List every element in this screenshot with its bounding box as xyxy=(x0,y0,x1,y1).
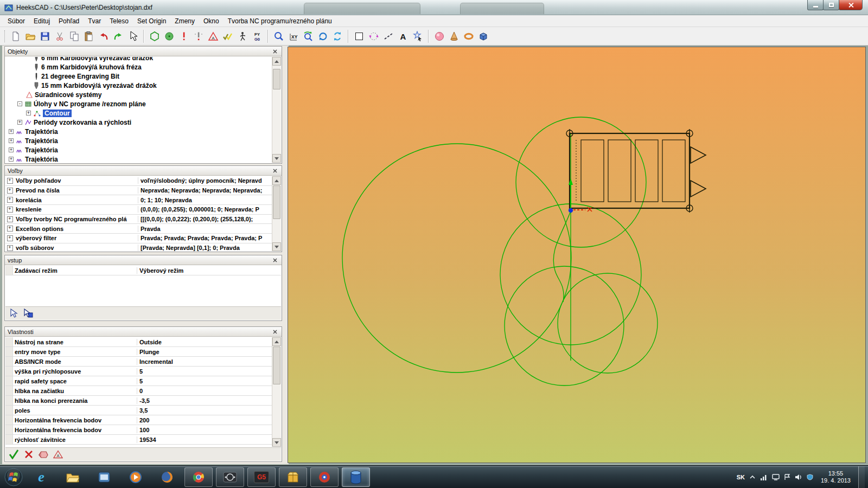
taskbar-item-heekscad[interactable] xyxy=(342,467,370,487)
signal-bars-icon[interactable] xyxy=(760,474,768,480)
taskbar-item-internet-explorer[interactable]: e xyxy=(27,467,55,487)
tree-item-nc-operations[interactable]: Úlohy v NC programe /reznom pláne xyxy=(5,99,272,108)
xy-view-button[interactable]: XY xyxy=(286,29,301,43)
scrollbar[interactable] xyxy=(272,57,281,163)
expand-icon[interactable] xyxy=(5,197,14,203)
text-button[interactable]: A xyxy=(395,29,410,43)
select-cursor-icon[interactable] xyxy=(9,309,18,318)
menu-nc-program[interactable]: Tvorba NC programu/rezného plánu xyxy=(224,16,336,27)
point-button[interactable] xyxy=(176,29,191,43)
tree-item-tool[interactable]: 6 mm Karbidový/á vyrezávač drážok xyxy=(5,57,272,62)
rotate-animation-button[interactable] xyxy=(366,29,381,43)
apply-checks-button[interactable] xyxy=(220,29,235,43)
clock[interactable]: 13:55 19. 4. 2013 xyxy=(818,470,854,484)
taskbar-item-g5[interactable]: G5 xyxy=(247,467,276,487)
display-icon[interactable] xyxy=(772,474,780,480)
undo-button[interactable] xyxy=(96,29,111,43)
expand-icon[interactable] xyxy=(5,235,14,241)
copy-button[interactable] xyxy=(67,29,81,43)
expand-icon[interactable] xyxy=(17,120,22,125)
expand-icon[interactable] xyxy=(5,188,14,194)
taskbar-item-firefox[interactable] xyxy=(153,467,181,487)
drag-select-icon[interactable] xyxy=(23,309,34,318)
solid-cube-button[interactable] xyxy=(476,29,490,43)
tree-item-trajectory[interactable]: Trajektória xyxy=(5,155,272,163)
eraser-icon[interactable] xyxy=(38,450,49,459)
scrollbar[interactable] xyxy=(272,176,281,251)
scroll-thumb[interactable] xyxy=(273,69,280,89)
paste-button[interactable] xyxy=(81,29,96,43)
tree-item-trajectory[interactable]: Trajektória xyxy=(5,127,272,136)
toolbar-grip[interactable] xyxy=(4,30,6,42)
taskbar-item-chrome[interactable] xyxy=(184,467,213,487)
scroll-up-button[interactable] xyxy=(272,176,281,185)
hidden-icons-chevron[interactable] xyxy=(749,474,756,480)
open-folder-button[interactable] xyxy=(23,29,37,43)
expand-icon[interactable] xyxy=(9,138,14,143)
expand-icon[interactable] xyxy=(5,178,14,184)
taskbar-item-red-circle-app[interactable] xyxy=(310,467,339,487)
taskbar-item-measuring-device[interactable] xyxy=(216,467,244,487)
rotate-view-button[interactable] xyxy=(315,29,330,43)
tree-item-tool[interactable]: 15 mm Karbidový/á vyrezávač drážok xyxy=(5,81,272,90)
language-indicator[interactable]: SK xyxy=(737,474,745,480)
scroll-down-button[interactable] xyxy=(272,438,281,447)
menu-set-origin[interactable]: Set Origin xyxy=(133,16,170,27)
apply-check-icon[interactable] xyxy=(9,450,20,459)
tree-item-trajectory[interactable]: Trajektória xyxy=(5,145,272,155)
minimize-button[interactable] xyxy=(807,0,824,10)
collapse-icon[interactable] xyxy=(17,101,22,106)
posture-figure-button[interactable] xyxy=(235,29,250,43)
solid-sphere-button[interactable] xyxy=(432,29,446,43)
solid-cone-button[interactable] xyxy=(446,29,461,43)
scroll-down-button[interactable] xyxy=(272,154,281,163)
flag-icon[interactable] xyxy=(784,474,790,480)
expand-icon[interactable] xyxy=(5,216,14,222)
menu-edituj[interactable]: Edituj xyxy=(29,16,54,27)
tree-item-trajectory[interactable]: Trajektória xyxy=(5,136,272,145)
menu-zmeny[interactable]: Zmeny xyxy=(170,16,199,27)
point-dots-button[interactable] xyxy=(191,29,206,43)
viewport-canvas[interactable] xyxy=(288,47,865,463)
viewport-button[interactable] xyxy=(352,29,366,43)
tree-item-tool[interactable]: 6 mm Karbidový/á kruhová fréza xyxy=(5,62,272,72)
scrollbar[interactable] xyxy=(272,337,281,447)
dashed-line-button[interactable] xyxy=(381,29,395,43)
menu-teleso[interactable]: Teleso xyxy=(105,16,133,27)
menu-tvar[interactable]: Tvar xyxy=(84,16,105,27)
menu-pohlad[interactable]: Pohľad xyxy=(54,16,84,27)
expand-icon[interactable] xyxy=(26,111,31,115)
zoom-rotate-button[interactable] xyxy=(301,29,315,43)
star-pick-button[interactable] xyxy=(410,29,425,43)
maximize-button[interactable] xyxy=(823,0,839,10)
taskbar-item-blue-app[interactable] xyxy=(90,467,118,487)
close-panel-button[interactable] xyxy=(271,328,279,335)
viewport[interactable] xyxy=(288,47,866,463)
scroll-up-button[interactable] xyxy=(272,337,281,346)
start-button[interactable] xyxy=(2,467,25,487)
close-panel-button[interactable] xyxy=(271,256,279,264)
volume-icon[interactable] xyxy=(795,474,802,480)
tree-item-coordinate-systems[interactable]: Súradnicové systémy xyxy=(5,90,272,99)
close-button[interactable] xyxy=(839,0,863,10)
scroll-thumb[interactable] xyxy=(273,185,280,219)
close-panel-button[interactable] xyxy=(271,167,279,174)
expand-icon[interactable] xyxy=(9,157,14,162)
warning-triangle-icon[interactable]: A xyxy=(53,450,63,459)
cancel-x-icon[interactable] xyxy=(24,450,34,459)
expand-icon[interactable] xyxy=(9,129,14,134)
menu-okno[interactable]: Okno xyxy=(199,16,224,27)
scroll-up-button[interactable] xyxy=(272,57,281,66)
close-panel-button[interactable] xyxy=(271,48,279,55)
select-arrow-button[interactable] xyxy=(125,29,140,43)
show-desktop-button[interactable] xyxy=(858,466,865,488)
redo-button[interactable] xyxy=(111,29,125,43)
menu-subor[interactable]: Súbor xyxy=(3,16,29,27)
py-g0-button[interactable]: PYG0 xyxy=(250,29,264,43)
tree-item-tool[interactable]: 21 degreee Engraving Bit xyxy=(5,72,272,81)
dimension-button[interactable]: A xyxy=(206,29,220,43)
save-button[interactable] xyxy=(37,29,52,43)
tree-item-sampling-periods[interactable]: Periódy vzorkovania a rýchlosti xyxy=(5,118,272,127)
expand-icon[interactable] xyxy=(5,226,14,232)
taskbar-item-media-player[interactable] xyxy=(122,467,150,487)
